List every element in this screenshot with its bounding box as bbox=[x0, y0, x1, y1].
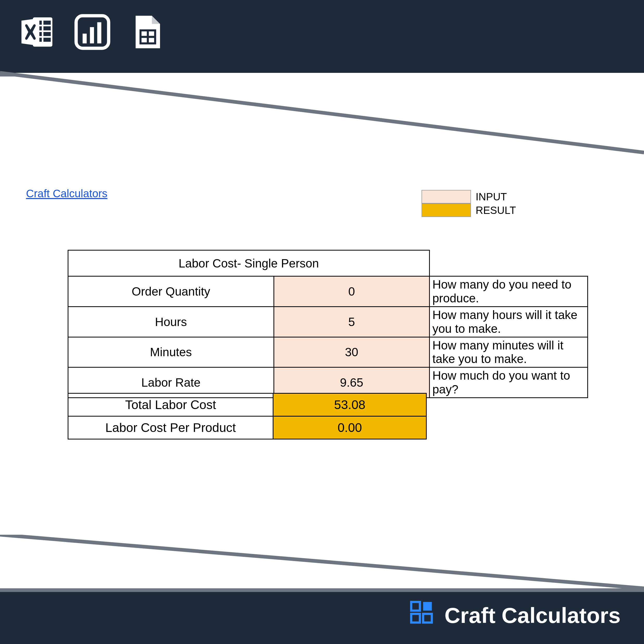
brand-squares-icon bbox=[409, 600, 435, 631]
craft-calculators-link[interactable]: Craft Calculators bbox=[26, 187, 107, 200]
table-row: Hours 5 How many hours will it take you … bbox=[68, 307, 588, 337]
legend-swatch-input bbox=[422, 190, 471, 203]
table-row: Order Quantity 0 How many do you need to… bbox=[68, 276, 588, 307]
legend: INPUT RESULT bbox=[422, 190, 516, 217]
svg-line-3 bbox=[0, 73, 644, 152]
header-icon-row bbox=[18, 12, 167, 53]
minutes-input[interactable]: 30 bbox=[274, 337, 429, 367]
row-note: How many do you need to produce. bbox=[429, 276, 588, 307]
table-row: Total Labor Cost 53.08 bbox=[68, 393, 426, 416]
hours-input[interactable]: 5 bbox=[274, 307, 429, 337]
svg-rect-6 bbox=[43, 21, 51, 25]
footer-brand: Craft Calculators bbox=[409, 600, 621, 631]
total-labor-cost-value: 53.08 bbox=[273, 393, 426, 416]
row-label: Hours bbox=[68, 307, 274, 337]
bottom-banner-accent bbox=[0, 588, 644, 592]
results-table: Total Labor Cost 53.08 Labor Cost Per Pr… bbox=[68, 393, 427, 439]
row-label: Minutes bbox=[68, 337, 274, 367]
result-label: Total Labor Cost bbox=[68, 393, 273, 416]
svg-rect-12 bbox=[43, 38, 51, 42]
svg-rect-25 bbox=[423, 602, 432, 610]
footer-brand-text: Craft Calculators bbox=[444, 603, 621, 628]
legend-label-result: RESULT bbox=[471, 203, 516, 217]
svg-marker-22 bbox=[0, 535, 644, 588]
row-note: How much do you want to pay? bbox=[429, 367, 588, 398]
svg-rect-8 bbox=[43, 26, 51, 30]
top-banner-accent bbox=[0, 73, 644, 76]
row-note: How many hours will it take you to make. bbox=[429, 307, 588, 337]
chart-icon bbox=[73, 12, 112, 53]
sheets-icon bbox=[127, 12, 167, 53]
svg-marker-0 bbox=[0, 76, 644, 156]
labor-cost-per-product-value: 0.00 bbox=[273, 416, 426, 439]
table-row: Minutes 30 How many minutes will it take… bbox=[68, 337, 588, 367]
table-title: Labor Cost- Single Person bbox=[68, 250, 430, 276]
svg-rect-18 bbox=[97, 22, 101, 43]
excel-icon bbox=[18, 12, 57, 53]
svg-rect-10 bbox=[43, 32, 51, 36]
order-quantity-input[interactable]: 0 bbox=[274, 276, 429, 307]
legend-swatch-result bbox=[422, 203, 471, 217]
result-label: Labor Cost Per Product bbox=[68, 416, 273, 439]
svg-rect-26 bbox=[411, 614, 420, 622]
svg-line-23 bbox=[0, 535, 644, 588]
svg-rect-24 bbox=[411, 602, 420, 610]
svg-rect-16 bbox=[83, 34, 87, 43]
labor-cost-table: Labor Cost- Single Person Order Quantity… bbox=[68, 250, 588, 398]
table-row: Labor Cost Per Product 0.00 bbox=[68, 416, 426, 439]
row-note: How many minutes will it take you to mak… bbox=[429, 337, 588, 367]
svg-rect-17 bbox=[90, 27, 94, 43]
legend-label-input: INPUT bbox=[471, 190, 507, 203]
svg-rect-27 bbox=[423, 614, 432, 622]
svg-marker-2 bbox=[0, 73, 644, 152]
row-label: Order Quantity bbox=[68, 276, 274, 307]
